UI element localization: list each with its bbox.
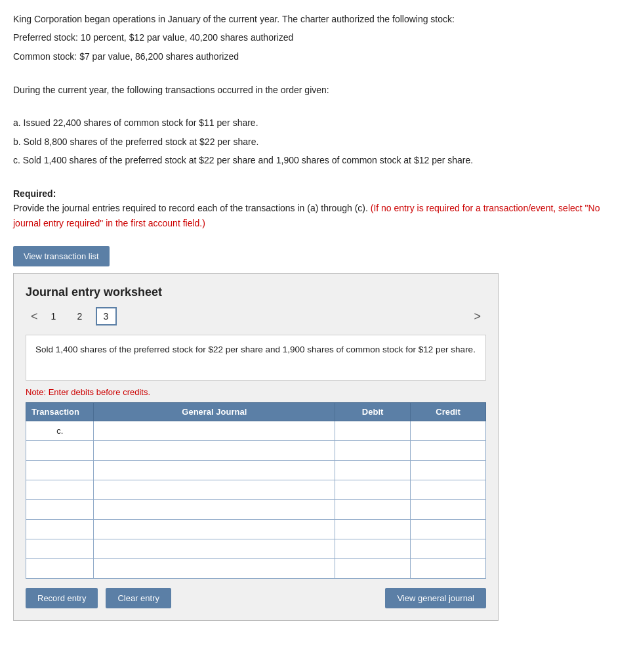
credit-cell[interactable] [411, 441, 486, 461]
transaction-cell [26, 441, 94, 461]
credit-input[interactable] [413, 444, 483, 457]
col-header-transaction: Transaction [26, 403, 94, 421]
general-journal-cell[interactable] [94, 520, 335, 539]
general-journal-input[interactable] [96, 562, 332, 575]
transaction-b: b. Sold 8,800 shares of the preferred st… [13, 135, 622, 149]
intro-section: King Corporation began operations in Jan… [13, 12, 622, 230]
tab-2[interactable]: 2 [70, 307, 91, 326]
credit-input[interactable] [413, 543, 483, 555]
required-text: Provide the journal entries required to … [13, 203, 368, 213]
common-stock-text: Common stock: $7 par value, 86,200 share… [13, 49, 622, 64]
intro-paragraph1: King Corporation began operations in Jan… [13, 12, 622, 26]
view-general-journal-button[interactable]: View general journal [385, 588, 486, 608]
table-row [26, 461, 486, 480]
col-header-general-journal: General Journal [94, 403, 335, 421]
note-text: Note: Enter debits before credits. [26, 387, 486, 397]
table-row [26, 520, 486, 539]
general-journal-input[interactable] [96, 444, 332, 457]
general-journal-input[interactable] [96, 464, 332, 476]
chevron-left-button[interactable]: < [26, 308, 43, 325]
credit-cell[interactable] [411, 461, 486, 480]
col-header-credit: Credit [411, 403, 486, 421]
transaction-cell [26, 500, 94, 520]
general-journal-input[interactable] [96, 503, 332, 516]
record-entry-button[interactable]: Record entry [26, 588, 98, 608]
general-journal-input[interactable] [96, 543, 332, 555]
col-header-debit: Debit [335, 403, 411, 421]
view-transaction-list-button[interactable]: View transaction list [13, 246, 110, 266]
general-journal-cell[interactable] [94, 539, 335, 559]
general-journal-cell[interactable] [94, 500, 335, 520]
general-journal-cell[interactable] [94, 559, 335, 579]
credit-cell[interactable] [411, 539, 486, 559]
credit-input[interactable] [413, 425, 483, 437]
credit-cell[interactable] [411, 520, 486, 539]
general-journal-cell[interactable] [94, 461, 335, 480]
worksheet-title: Journal entry worksheet [26, 285, 486, 299]
table-row [26, 500, 486, 520]
debit-cell[interactable] [335, 421, 411, 441]
credit-input[interactable] [413, 503, 483, 516]
tab-1[interactable]: 1 [43, 307, 64, 326]
credit-input[interactable] [413, 464, 483, 476]
debit-cell[interactable] [335, 480, 411, 500]
credit-cell[interactable] [411, 559, 486, 579]
general-journal-input[interactable] [96, 523, 332, 536]
general-journal-cell[interactable] [94, 441, 335, 461]
general-journal-input[interactable] [96, 425, 332, 437]
debit-input[interactable] [338, 503, 407, 516]
debit-input[interactable] [338, 523, 407, 536]
debit-cell[interactable] [335, 520, 411, 539]
tab-3[interactable]: 3 [96, 307, 117, 326]
credit-cell[interactable] [411, 421, 486, 441]
required-section: Required: Provide the journal entries re… [13, 186, 622, 230]
debit-input[interactable] [338, 464, 407, 476]
clear-entry-button[interactable]: Clear entry [106, 588, 171, 608]
debit-cell[interactable] [335, 539, 411, 559]
debit-input[interactable] [338, 543, 407, 555]
transaction-cell [26, 520, 94, 539]
credit-cell[interactable] [411, 500, 486, 520]
tab-navigation: < 1 2 3 > [26, 307, 486, 326]
credit-cell[interactable] [411, 480, 486, 500]
debit-cell[interactable] [335, 559, 411, 579]
credit-input[interactable] [413, 484, 483, 496]
debit-input[interactable] [338, 444, 407, 457]
general-journal-cell[interactable] [94, 480, 335, 500]
table-row [26, 559, 486, 579]
table-row: c. [26, 421, 486, 441]
general-journal-input[interactable] [96, 484, 332, 496]
credit-input[interactable] [413, 562, 483, 575]
transaction-cell [26, 539, 94, 559]
transaction-cell [26, 480, 94, 500]
intro-paragraph2: During the current year, the following t… [13, 83, 622, 97]
debit-input[interactable] [338, 484, 407, 496]
preferred-stock-text: Preferred stock: 10 percent, $12 par val… [13, 30, 622, 45]
journal-entry-worksheet: Journal entry worksheet < 1 2 3 > Sold 1… [13, 273, 499, 621]
transaction-c: c. Sold 1,400 shares of the preferred st… [13, 153, 622, 167]
debit-cell[interactable] [335, 461, 411, 480]
transaction-description: Sold 1,400 shares of the preferred stock… [26, 335, 486, 381]
table-row [26, 480, 486, 500]
required-label: Required: [13, 188, 56, 199]
transaction-cell [26, 461, 94, 480]
transaction-cell [26, 559, 94, 579]
debit-cell[interactable] [335, 500, 411, 520]
debit-input[interactable] [338, 425, 407, 437]
transaction-a: a. Issued 22,400 shares of common stock … [13, 116, 622, 130]
transaction-cell: c. [26, 421, 94, 441]
action-buttons-row: Record entry Clear entry View general jo… [26, 588, 486, 608]
debit-input[interactable] [338, 562, 407, 575]
journal-table: Transaction General Journal Debit Credit… [26, 402, 486, 579]
credit-input[interactable] [413, 523, 483, 536]
table-row [26, 441, 486, 461]
debit-cell[interactable] [335, 441, 411, 461]
general-journal-cell[interactable] [94, 421, 335, 441]
chevron-right-button[interactable]: > [468, 308, 486, 325]
table-row [26, 539, 486, 559]
